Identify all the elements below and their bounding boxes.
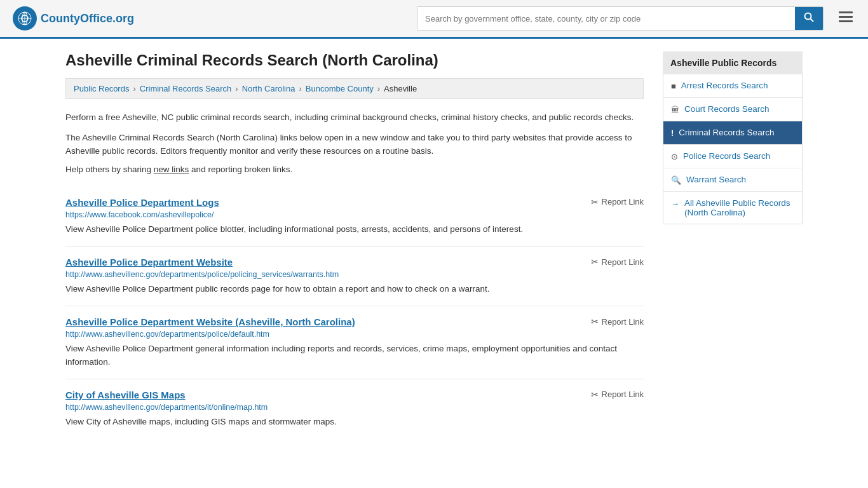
report-link[interactable]: ✂ Report Link <box>591 197 644 207</box>
help-text: Help others by sharing new links and rep… <box>65 165 644 174</box>
warrant-icon: 🔍 <box>671 175 681 185</box>
breadcrumb-criminal-records[interactable]: Criminal Records Search <box>140 84 232 93</box>
result-item: City of Asheville GIS Maps ✂ Report Link… <box>65 379 644 438</box>
result-title[interactable]: Asheville Police Department Logs <box>65 197 219 208</box>
logo-icon <box>13 6 37 30</box>
svg-point-5 <box>805 13 811 20</box>
svg-rect-9 <box>839 20 853 22</box>
search-bar <box>417 6 824 30</box>
report-link[interactable]: ✂ Report Link <box>591 316 644 327</box>
breadcrumb: Public Records › Criminal Records Search… <box>65 78 644 99</box>
sidebar-item-criminal-records[interactable]: ! Criminal Records Search <box>663 121 802 145</box>
sidebar-item-label: Police Records Search <box>683 151 770 161</box>
all-records-icon: → <box>671 199 679 208</box>
report-icon: ✂ <box>591 390 599 400</box>
svg-rect-8 <box>839 16 853 18</box>
report-icon: ✂ <box>591 257 599 267</box>
report-link[interactable]: ✂ Report Link <box>591 390 644 400</box>
menu-button[interactable] <box>836 9 855 29</box>
arrest-icon: ■ <box>671 81 676 91</box>
result-title[interactable]: City of Asheville GIS Maps <box>65 390 186 400</box>
police-icon: ⊙ <box>671 152 678 161</box>
report-icon: ✂ <box>591 197 599 207</box>
result-url[interactable]: http://www.ashevillenc.gov/departments/p… <box>65 330 644 339</box>
sidebar-item-arrest-records[interactable]: ■ Arrest Records Search <box>663 74 802 98</box>
report-link[interactable]: ✂ Report Link <box>591 257 644 267</box>
result-title[interactable]: Asheville Police Department Website <box>65 257 233 268</box>
logo-text: CountyOffice.org <box>41 12 134 25</box>
result-desc: View City of Asheville maps, including G… <box>65 416 644 428</box>
page-title: Asheville Criminal Records Search (North… <box>65 51 644 69</box>
new-links[interactable]: new links <box>154 165 189 174</box>
sidebar-item-warrant-search[interactable]: 🔍 Warrant Search <box>663 168 802 192</box>
search-button[interactable] <box>795 7 823 30</box>
search-input[interactable] <box>417 7 795 30</box>
result-url[interactable]: https://www.facebook.com/ashevillepolice… <box>65 210 644 219</box>
sidebar-item-label: Arrest Records Search <box>681 81 768 90</box>
main-container: Asheville Criminal Records Search (North… <box>53 39 815 451</box>
result-url[interactable]: http://www.ashevillenc.gov/departments/p… <box>65 270 644 279</box>
breadcrumb-buncombe-county[interactable]: Buncombe County <box>306 84 374 93</box>
breadcrumb-north-carolina[interactable]: North Carolina <box>242 84 295 93</box>
sidebar-item-all-records[interactable]: → All Asheville Public Records (North Ca… <box>663 192 802 224</box>
sidebar-item-label: Warrant Search <box>686 175 746 184</box>
sidebar-title: Asheville Public Records <box>663 51 803 74</box>
description-1: Perform a free Asheville, NC public crim… <box>65 111 644 125</box>
sidebar-nav: ■ Arrest Records Search 🏛 Court Records … <box>663 74 803 224</box>
result-title[interactable]: Asheville Police Department Website (Ash… <box>65 316 355 327</box>
results-list: Asheville Police Department Logs ✂ Repor… <box>65 187 644 438</box>
description-2: The Asheville Criminal Records Search (N… <box>65 131 644 158</box>
sidebar-item-label: Criminal Records Search <box>679 128 774 137</box>
result-desc: View Asheville Police Department police … <box>65 223 644 236</box>
sidebar-item-court-records[interactable]: 🏛 Court Records Search <box>663 98 802 121</box>
svg-line-6 <box>811 19 814 22</box>
sidebar-item-label: Court Records Search <box>684 104 770 114</box>
breadcrumb-public-records[interactable]: Public Records <box>74 84 129 93</box>
sidebar-item-police-records[interactable]: ⊙ Police Records Search <box>663 145 802 168</box>
result-item: Asheville Police Department Website ✂ Re… <box>65 247 644 306</box>
svg-rect-7 <box>839 11 853 13</box>
result-item: Asheville Police Department Website (Ash… <box>65 306 644 379</box>
sidebar: Asheville Public Records ■ Arrest Record… <box>663 51 803 438</box>
criminal-icon: ! <box>671 128 674 138</box>
site-header: CountyOffice.org <box>0 0 868 39</box>
court-icon: 🏛 <box>671 105 679 114</box>
report-icon: ✂ <box>591 316 599 327</box>
result-desc: View Asheville Police Department general… <box>65 342 644 369</box>
content-area: Asheville Criminal Records Search (North… <box>65 51 644 438</box>
breadcrumb-asheville: Asheville <box>384 84 417 93</box>
sidebar-item-label: All Asheville Public Records (North Caro… <box>684 198 794 217</box>
result-url[interactable]: http://www.ashevillenc.gov/departments/i… <box>65 403 644 412</box>
result-desc: View Asheville Police Department public … <box>65 283 644 295</box>
result-item: Asheville Police Department Logs ✂ Repor… <box>65 187 644 247</box>
logo[interactable]: CountyOffice.org <box>13 6 134 30</box>
